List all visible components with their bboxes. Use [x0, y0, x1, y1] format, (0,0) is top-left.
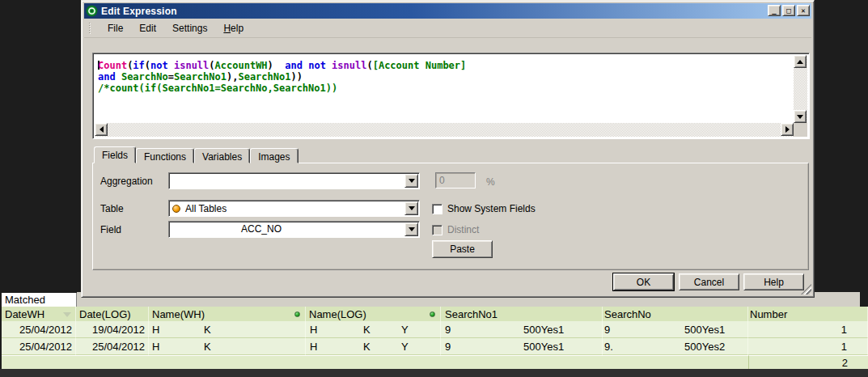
- cell-namewh[interactable]: HK: [149, 321, 306, 338]
- show-system-fields-checkbox[interactable]: [432, 204, 442, 214]
- table-combobox[interactable]: All Tables: [168, 200, 420, 217]
- cell-part: 500Yes1: [684, 324, 725, 336]
- total-number-cell: 2: [748, 355, 868, 369]
- tab-functions[interactable]: Functions: [136, 148, 194, 163]
- tab-images[interactable]: Images: [250, 148, 298, 163]
- maximize-button-icon[interactable]: □: [782, 5, 795, 16]
- menu-file[interactable]: File: [100, 20, 131, 36]
- chevron-down-icon: [409, 206, 415, 210]
- scroll-right-button[interactable]: [781, 123, 794, 136]
- code-segment: ): [268, 60, 286, 71]
- header-datelog[interactable]: Date(LOG): [76, 307, 149, 321]
- cell-part: H: [152, 341, 204, 353]
- key-field-dot-icon: [294, 311, 300, 317]
- close-button-icon[interactable]: ✕: [797, 5, 810, 16]
- scroll-up-button[interactable]: [794, 55, 807, 68]
- scroll-right-icon: [785, 126, 790, 133]
- dialog-titlebar: Edit Expression _ □ ✕: [84, 3, 811, 19]
- code-segment: SearchNo: [121, 71, 168, 83]
- show-system-fields-label: Show System Fields: [447, 203, 536, 214]
- key-field-dot-icon: [430, 311, 435, 317]
- minimize-button-icon[interactable]: _: [768, 5, 781, 16]
- edit-expression-dialog: Edit Expression _ □ ✕ File Edit Settings…: [81, 0, 815, 298]
- aggregation-combobox-face: [168, 172, 420, 189]
- code-segment: [168, 60, 174, 71]
- scroll-up-icon: [797, 60, 803, 64]
- menu-edit[interactable]: Edit: [131, 20, 164, 36]
- cell-namewh[interactable]: HK: [149, 338, 306, 355]
- table-dropdown-button[interactable]: [404, 201, 418, 215]
- dialog-title: Edit Expression: [101, 6, 177, 17]
- field-combobox[interactable]: ACC_NO: [168, 221, 420, 238]
- menu-settings[interactable]: Settings: [164, 20, 215, 36]
- header-number[interactable]: Number: [748, 307, 868, 321]
- ok-button[interactable]: OK: [613, 273, 674, 290]
- cell-searchno1[interactable]: 9500Yes1: [441, 321, 603, 338]
- cell-number[interactable]: 1: [748, 321, 868, 338]
- header-label: SearchNo1: [445, 308, 498, 320]
- table-label: Table: [100, 203, 124, 214]
- expression-code[interactable]: Count(if(not isnull(AccountWH) and not i…: [95, 55, 794, 123]
- aggregation-label: Aggregation: [100, 176, 153, 187]
- aggregation-dropdown-button[interactable]: [404, 174, 418, 188]
- tab-variables[interactable]: Variables: [194, 148, 250, 163]
- header-namewh[interactable]: Name(WH): [149, 307, 306, 321]
- header-searchno[interactable]: SearchNo: [603, 307, 748, 321]
- matched-table: DateWH Date(LOG) Name(WH) Name(LOG) Sear…: [2, 307, 868, 369]
- field-dropdown-button[interactable]: [404, 222, 418, 236]
- cell-number[interactable]: 1: [748, 338, 868, 355]
- scrollbar-corner: [794, 123, 807, 137]
- scroll-down-button[interactable]: [794, 110, 807, 123]
- cell-datewh[interactable]: 25/04/2012: [2, 321, 76, 338]
- header-searchno1[interactable]: SearchNo1: [441, 307, 603, 321]
- menu-bar: File Edit Settings Help: [84, 19, 811, 38]
- cell-part: 9: [445, 341, 523, 353]
- header-namelog[interactable]: Name(LOG): [306, 307, 441, 321]
- scroll-left-button[interactable]: [95, 123, 108, 136]
- code-segment: =: [168, 71, 174, 83]
- code-segment: AccountWH: [215, 60, 268, 71]
- distinct-label: Distinct: [447, 224, 479, 235]
- cell-datewh[interactable]: 25/04/2012: [2, 338, 76, 355]
- sort-indicator-icon: [63, 312, 71, 317]
- header-datewh[interactable]: DateWH: [2, 307, 76, 321]
- horizontal-scrollbar[interactable]: [95, 123, 794, 137]
- field-combobox-face: [168, 221, 420, 238]
- cell-part: Y: [401, 324, 409, 336]
- cell-part: K: [363, 324, 401, 336]
- menu-help[interactable]: Help: [215, 20, 252, 36]
- paste-button[interactable]: Paste: [432, 240, 493, 258]
- toolbar-gripper-icon[interactable]: [89, 23, 91, 34]
- aggregation-combobox[interactable]: [168, 172, 420, 189]
- cell-searchno1[interactable]: 9500Yes1: [441, 338, 603, 355]
- cell-namelog[interactable]: HKY: [306, 321, 441, 338]
- tab-fields[interactable]: Fields: [94, 146, 136, 163]
- total-empty-cell: [2, 355, 748, 369]
- chevron-down-icon: [409, 179, 415, 183]
- cell-datelog[interactable]: 25/04/2012: [76, 338, 149, 355]
- code-line: and SearchNo=SearchNo1),SearchNo1)): [98, 71, 791, 83]
- all-tables-dot-icon: [172, 205, 180, 213]
- field-label: Field: [100, 224, 121, 235]
- cell-part: Y: [401, 341, 409, 353]
- cancel-button[interactable]: Cancel: [679, 273, 739, 290]
- table-caption[interactable]: Matched: [2, 293, 77, 307]
- code-segment: and not: [285, 60, 326, 71]
- code-segment: (: [366, 60, 372, 71]
- expression-editor[interactable]: Count(if(not isnull(AccountWH) and not i…: [92, 53, 810, 139]
- cell-searchno[interactable]: 9500Yes1: [603, 321, 748, 338]
- code-segment: if: [133, 60, 144, 71]
- cell-namelog[interactable]: HKY: [306, 338, 441, 355]
- cell-part: H: [152, 324, 204, 336]
- code-segment: not: [150, 60, 168, 71]
- desktop-background: { "window": { "title": "Edit Expression"…: [0, 0, 868, 377]
- chevron-down-icon: [409, 227, 415, 231]
- cell-searchno[interactable]: 9.500Yes2: [603, 338, 748, 355]
- vertical-scrollbar[interactable]: [794, 55, 807, 123]
- cell-part: K: [204, 341, 211, 353]
- code-segment: [326, 60, 332, 71]
- table-header-row: DateWH Date(LOG) Name(WH) Name(LOG) Sear…: [2, 307, 868, 321]
- cell-datelog[interactable]: 19/04/2012: [76, 321, 149, 338]
- help-button[interactable]: Help: [743, 273, 804, 290]
- horizontal-scrollbar-track[interactable]: [95, 123, 794, 137]
